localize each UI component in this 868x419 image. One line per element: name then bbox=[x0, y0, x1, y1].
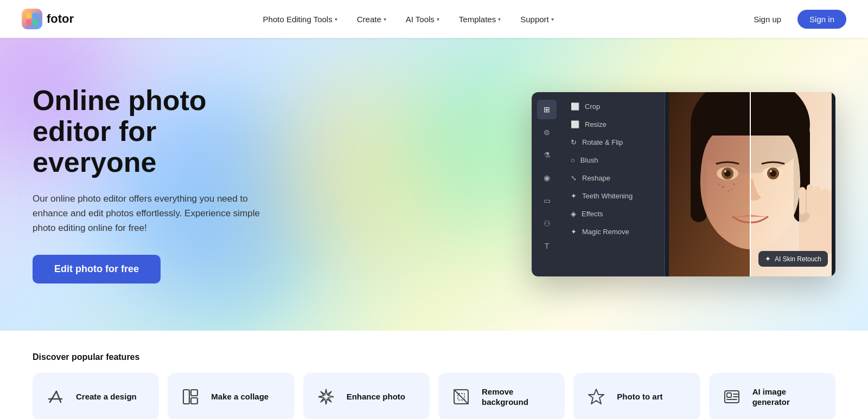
nav-photo-editing-tools[interactable]: Photo Editing Tools ▾ bbox=[256, 10, 345, 28]
panel-effects[interactable]: ◈ Effects bbox=[562, 205, 665, 223]
ai-skin-retouch-badge: ✦ AI Skin Retouch bbox=[758, 251, 828, 267]
panel-teeth-whitening[interactable]: ✦ Teeth Whitening bbox=[562, 187, 665, 205]
panel-magic-remove[interactable]: ✦ Magic Remove bbox=[562, 223, 665, 241]
chevron-down-icon: ▾ bbox=[384, 16, 386, 22]
sidebar-flask-icon[interactable]: ⚗ bbox=[537, 145, 557, 165]
hero-description: Our online photo editor offers everythin… bbox=[33, 191, 271, 236]
svg-rect-35 bbox=[727, 393, 731, 397]
editor-canvas: ✦ AI Skin Retouch bbox=[665, 92, 835, 276]
edit-photo-cta-button[interactable]: Edit photo for free bbox=[33, 255, 161, 283]
editor-panel: ⬜ Crop ⬜ Resize ↻ Rotate & Flip ○ Blush … bbox=[562, 92, 665, 276]
svg-marker-30 bbox=[318, 389, 334, 404]
feature-card-create-design[interactable]: Create a design bbox=[33, 373, 159, 419]
feature-card-photo-to-art[interactable]: Photo to art bbox=[573, 373, 700, 419]
sidebar-rect-icon[interactable]: ▭ bbox=[537, 191, 557, 210]
svg-rect-15 bbox=[807, 184, 813, 214]
hero-title: Online photo editor for everyone bbox=[33, 85, 282, 178]
rotate-icon: ↻ bbox=[571, 138, 577, 146]
svg-rect-27 bbox=[183, 390, 189, 404]
editor-sidebar: ⊞ ⊜ ⚗ ◉ ▭ ⚇ T bbox=[532, 92, 562, 276]
blush-icon: ○ bbox=[571, 156, 575, 164]
sidebar-eye-icon[interactable]: ◉ bbox=[537, 168, 557, 188]
sidebar-people-icon[interactable]: ⚇ bbox=[537, 214, 557, 233]
crop-icon: ⬜ bbox=[571, 102, 579, 111]
chevron-down-icon: ▾ bbox=[551, 16, 554, 22]
panel-reshape[interactable]: ⤡ Reshape bbox=[562, 169, 665, 187]
make-collage-icon bbox=[178, 385, 202, 409]
discover-section: Discover popular features Create a desig… bbox=[0, 331, 868, 419]
feature-card-ai-image-generator[interactable]: AI image generator bbox=[709, 373, 835, 419]
hero-editor-mockup: ⊞ ⊜ ⚗ ◉ ▭ ⚇ T ⬜ Crop ⬜ Resize ↻ bbox=[532, 92, 835, 276]
nav-templates[interactable]: Templates ▾ bbox=[451, 10, 508, 28]
discover-title: Discover popular features bbox=[33, 352, 835, 362]
effects-icon: ◈ bbox=[571, 210, 576, 218]
nav-links: Photo Editing Tools ▾ Create ▾ AI Tools … bbox=[256, 10, 561, 28]
feature-card-make-collage[interactable]: Make a collage bbox=[168, 373, 294, 419]
reshape-icon: ⤡ bbox=[571, 174, 577, 182]
photo-to-art-icon bbox=[584, 385, 608, 409]
panel-rotate-flip[interactable]: ↻ Rotate & Flip bbox=[562, 133, 665, 151]
resize-icon: ⬜ bbox=[571, 120, 579, 128]
sidebar-grid-icon[interactable]: ⊞ bbox=[537, 100, 557, 119]
logo-icon bbox=[22, 9, 42, 29]
panel-resize[interactable]: ⬜ Resize bbox=[562, 115, 665, 133]
hero-section: Online photo editor for everyone Our onl… bbox=[0, 38, 868, 331]
svg-point-20 bbox=[728, 190, 730, 192]
svg-rect-14 bbox=[799, 187, 806, 214]
chevron-down-icon: ▾ bbox=[437, 16, 439, 22]
hero-left: Online photo editor for everyone Our onl… bbox=[0, 53, 282, 316]
panel-crop[interactable]: ⬜ Crop bbox=[562, 98, 665, 115]
svg-point-8 bbox=[724, 170, 726, 172]
remove-background-icon bbox=[449, 385, 473, 409]
svg-line-24 bbox=[50, 391, 56, 402]
nav-support[interactable]: Support ▾ bbox=[513, 10, 561, 28]
svg-line-25 bbox=[56, 391, 61, 402]
create-design-icon bbox=[43, 385, 67, 409]
navbar: fotor Photo Editing Tools ▾ Create ▾ AI … bbox=[0, 0, 868, 38]
logo-text: fotor bbox=[47, 12, 74, 26]
enhance-photo-icon bbox=[314, 385, 338, 409]
svg-point-19 bbox=[722, 186, 724, 188]
ai-image-generator-icon bbox=[720, 385, 744, 409]
bg-blob-yellow bbox=[271, 81, 461, 271]
svg-point-21 bbox=[719, 184, 720, 185]
nav-ai-tools[interactable]: AI Tools ▾ bbox=[398, 10, 447, 28]
nav-auth: Sign up Sign in bbox=[743, 10, 846, 29]
nav-create[interactable]: Create ▾ bbox=[349, 10, 394, 28]
chevron-down-icon: ▾ bbox=[498, 16, 501, 22]
magic-remove-icon: ✦ bbox=[571, 228, 577, 236]
feature-card-enhance-photo[interactable]: Enhance photo bbox=[303, 373, 430, 419]
editor-mockup: ⊞ ⊜ ⚗ ◉ ▭ ⚇ T ⬜ Crop ⬜ Resize ↻ bbox=[532, 92, 835, 276]
feature-cards: Create a design Make a collage Enhance p… bbox=[33, 373, 835, 419]
teeth-icon: ✦ bbox=[571, 192, 577, 200]
svg-rect-17 bbox=[822, 189, 828, 214]
logo-link[interactable]: fotor bbox=[22, 9, 74, 29]
feature-card-remove-background[interactable]: Remove background bbox=[438, 373, 565, 419]
svg-rect-29 bbox=[191, 398, 197, 404]
signup-button[interactable]: Sign up bbox=[743, 10, 792, 29]
svg-line-32 bbox=[454, 390, 468, 404]
ai-badge-icon: ✦ bbox=[765, 255, 771, 263]
svg-point-12 bbox=[770, 170, 772, 172]
face-illustration bbox=[665, 92, 835, 276]
svg-point-22 bbox=[733, 183, 735, 185]
sidebar-sliders-icon[interactable]: ⊜ bbox=[537, 123, 557, 142]
svg-rect-28 bbox=[191, 390, 197, 396]
panel-blush[interactable]: ○ Blush bbox=[562, 151, 665, 169]
sidebar-text-icon[interactable]: T bbox=[537, 236, 557, 256]
svg-rect-16 bbox=[814, 186, 821, 214]
chevron-down-icon: ▾ bbox=[335, 16, 337, 22]
svg-point-23 bbox=[731, 189, 732, 191]
signin-button[interactable]: Sign in bbox=[797, 10, 846, 29]
